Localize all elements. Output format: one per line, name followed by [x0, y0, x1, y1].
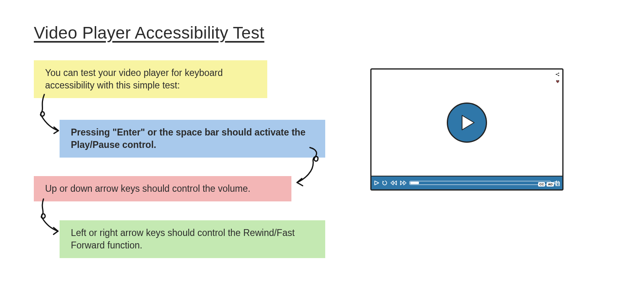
progress-track[interactable] [409, 181, 551, 185]
video-control-bar [372, 176, 562, 189]
note-volume: Up or down arrow keys should control the… [34, 176, 291, 201]
rewind-icon[interactable] [390, 180, 397, 186]
video-player-illustration: CC AD [370, 68, 564, 191]
ad-button[interactable]: AD [547, 182, 554, 187]
fast-forward-icon[interactable] [400, 180, 407, 186]
fullscreen-icon[interactable] [555, 180, 560, 188]
play-icon[interactable] [374, 180, 380, 186]
replay-icon[interactable] [382, 180, 388, 186]
video-screen [372, 70, 562, 176]
page-title: Video Player Accessibility Test [34, 23, 264, 43]
cc-button[interactable]: CC [538, 182, 545, 187]
slide: Video Player Accessibility Test You can … [0, 0, 644, 281]
note-intro: You can test your video player for keybo… [34, 60, 267, 98]
note-seek: Left or right arrow keys should control … [60, 220, 325, 258]
share-icon[interactable] [555, 72, 560, 78]
note-enter: Pressing "Enter" or the space bar should… [60, 120, 325, 158]
play-button[interactable] [447, 103, 487, 143]
svg-rect-3 [556, 182, 559, 186]
heart-icon[interactable] [555, 79, 560, 84]
